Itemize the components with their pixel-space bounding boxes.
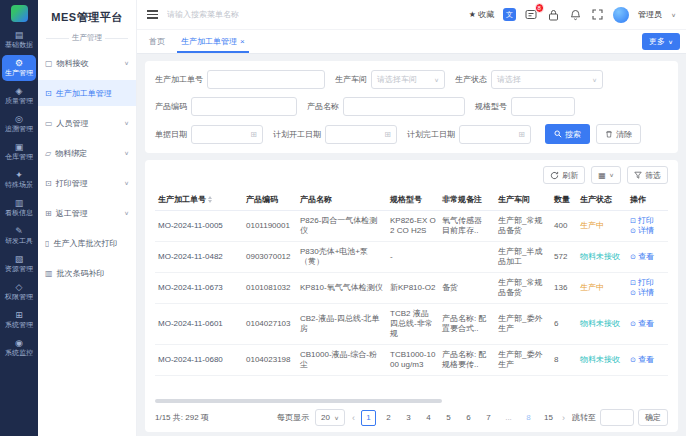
page-size-value: 20 bbox=[321, 413, 330, 422]
page-button-2[interactable]: 2 bbox=[381, 410, 396, 426]
user-avatar[interactable] bbox=[613, 7, 629, 23]
calendar-icon: ⊞ bbox=[518, 130, 525, 139]
detail-action-link[interactable]: ⊙查看 bbox=[630, 252, 654, 262]
sidebar-item-batch-barcode-print[interactable]: ▥批次条码补印 bbox=[38, 260, 136, 286]
production-order-no-input[interactable] bbox=[207, 70, 325, 89]
page-button-1[interactable]: 1 bbox=[361, 410, 376, 426]
rail-item-base-data[interactable]: ▤基础数据 bbox=[2, 27, 36, 53]
col-header-order[interactable]: 生产加工单号 bbox=[155, 189, 243, 211]
trash-icon bbox=[605, 130, 613, 138]
rail-item-special[interactable]: ✦特殊场景 bbox=[2, 167, 36, 193]
detail-action-link[interactable]: ⊙详情 bbox=[630, 288, 654, 298]
horizontal-scrollbar[interactable] bbox=[155, 399, 442, 403]
filter-button[interactable]: 筛选 bbox=[627, 166, 668, 184]
more-button[interactable]: 更多∨ bbox=[642, 33, 680, 50]
spec-model-input[interactable] bbox=[511, 97, 575, 116]
next-page-button[interactable]: › bbox=[561, 413, 566, 423]
rail-item-monitor[interactable]: ◉系统监控 bbox=[2, 335, 36, 361]
status-badge: 物料未接收 bbox=[580, 252, 620, 261]
cell-product-name: CB1000-液晶-综合-粉尘 bbox=[297, 345, 387, 376]
message-icon[interactable]: 8 bbox=[525, 8, 538, 21]
clear-button[interactable]: 清除 bbox=[596, 124, 641, 144]
rail-item-system[interactable]: ⊞系统管理 bbox=[2, 307, 36, 333]
flag-icon: ▯ bbox=[45, 239, 49, 248]
sidebar-item-personnel[interactable]: ▭人员管理∨ bbox=[38, 110, 136, 136]
sidebar-menu: ▢物料接收∨⊡生产加工单管理▭人员管理∨▱物料绑定∨⊡打印管理∨⊞返工管理∨▯生… bbox=[38, 46, 136, 290]
close-tab-icon[interactable]: × bbox=[240, 38, 245, 46]
sidebar-item-material-receive[interactable]: ▢物料接收∨ bbox=[38, 50, 136, 76]
rail-item-warehouse[interactable]: ▣仓库管理 bbox=[2, 139, 36, 165]
tab-work-order[interactable]: 生产加工单管理× bbox=[181, 30, 245, 53]
sidebar-item-material-bind[interactable]: ▱物料绑定∨ bbox=[38, 140, 136, 166]
page-size-select[interactable]: 20 ∨ bbox=[315, 409, 345, 426]
cell-product-code: 0101081032 bbox=[243, 273, 297, 304]
plan-end-date-datepicker[interactable]: ⊞ bbox=[459, 125, 531, 144]
print-action-link[interactable]: ⊡打印 bbox=[630, 216, 654, 226]
cell-workshop: 生产部_委外生产 bbox=[495, 304, 551, 345]
refresh-icon bbox=[550, 171, 559, 180]
rail-item-rnd-tools[interactable]: ✎研发工具 bbox=[2, 223, 36, 249]
cell-product-name: P826-四合一气体检测仪 bbox=[297, 211, 387, 242]
sidebar-item-inbound-batch-print[interactable]: ▯生产入库批次打印 bbox=[38, 230, 136, 256]
sort-icon[interactable] bbox=[208, 196, 212, 203]
search-button-label: 搜索 bbox=[565, 129, 581, 140]
menu-search-input[interactable] bbox=[167, 10, 287, 19]
prev-page-button[interactable]: ‹ bbox=[351, 413, 356, 423]
page-button-5[interactable]: 5 bbox=[441, 410, 456, 426]
cell-remark: 产品名称: 配置要合式.. bbox=[439, 304, 495, 345]
lock-icon[interactable] bbox=[547, 8, 560, 21]
app-logo-icon[interactable] bbox=[11, 5, 28, 22]
page-content: 生产加工单号生产车间请选择车间∨生产状态请选择∨产品编码产品名称规格型号单据日期… bbox=[137, 54, 686, 436]
cell-product-name: KP810-氧气气体检测仪 bbox=[297, 273, 387, 304]
cell-remark: 备货 bbox=[439, 273, 495, 304]
jump-confirm-button[interactable]: 确定 bbox=[638, 409, 668, 426]
detail-action-link[interactable]: ⊙查看 bbox=[630, 319, 654, 329]
detail-action-link[interactable]: ⊙查看 bbox=[630, 355, 654, 365]
sidebar-item-print-mgmt[interactable]: ⊡打印管理∨ bbox=[38, 170, 136, 196]
search-button[interactable]: 搜索 bbox=[545, 124, 590, 144]
rail-item-quality[interactable]: ◈质量管理 bbox=[2, 83, 36, 109]
production-status-select[interactable]: 请选择∨ bbox=[491, 70, 603, 89]
favorite-button[interactable]: ★收藏 bbox=[469, 9, 494, 20]
fullscreen-icon[interactable] bbox=[591, 8, 604, 21]
rail-item-kanban[interactable]: ▥看板信息 bbox=[2, 195, 36, 221]
page-button-4[interactable]: 4 bbox=[421, 410, 436, 426]
cell-product-code: 0104027103 bbox=[243, 304, 297, 345]
column-settings-button[interactable]: ▦ ∨ bbox=[591, 166, 621, 184]
workshop-select[interactable]: 请选择车间∨ bbox=[371, 70, 445, 89]
user-name[interactable]: 管理员 bbox=[638, 9, 662, 20]
filter-row: 产品编码产品名称规格型号 bbox=[155, 97, 668, 116]
col-header-remark: 非常规备注 bbox=[439, 189, 495, 211]
refresh-button[interactable]: 刷新 bbox=[543, 166, 585, 184]
chevron-down-icon: ∨ bbox=[592, 76, 597, 82]
rail-item-production[interactable]: ⚙生产管理 bbox=[2, 55, 36, 81]
notification-bell-icon[interactable] bbox=[569, 8, 582, 21]
print-action-link[interactable]: ⊡打印 bbox=[630, 278, 654, 288]
rail-item-trace[interactable]: ◎追溯管理 bbox=[2, 111, 36, 137]
detail-action-link[interactable]: ⊙详情 bbox=[630, 226, 654, 236]
page-button-7[interactable]: 7 bbox=[481, 410, 496, 426]
locale-icon[interactable]: 文 bbox=[503, 8, 516, 21]
rail-item-resource[interactable]: ▧资源管理 bbox=[2, 251, 36, 277]
doc-date-datepicker[interactable]: ⊞ bbox=[191, 125, 263, 144]
spark-icon: ✦ bbox=[15, 170, 23, 180]
product-name-input[interactable] bbox=[343, 97, 465, 116]
rail-item-permission[interactable]: ◇权限管理 bbox=[2, 279, 36, 305]
user-menu-chevron-down-icon[interactable]: ∨ bbox=[671, 11, 676, 17]
cell-product-name: CB2-液晶-四总线-北单房 bbox=[297, 304, 387, 345]
jump-to-input[interactable] bbox=[600, 409, 634, 426]
hamburger-menu-icon[interactable] bbox=[147, 10, 158, 19]
plan-start-date-datepicker[interactable]: ⊞ bbox=[325, 125, 397, 144]
tab-home[interactable]: 首页 bbox=[149, 30, 165, 53]
pagination-summary: 1/15 共: 292 项 bbox=[155, 412, 209, 423]
page-button-6[interactable]: 6 bbox=[461, 410, 476, 426]
sidebar-item-rework-mgmt[interactable]: ⊞返工管理∨ bbox=[38, 200, 136, 226]
sidebar-item-work-order-mgmt[interactable]: ⊡生产加工单管理 bbox=[38, 80, 136, 106]
product-code-input[interactable] bbox=[191, 97, 297, 116]
diamond-icon: ◈ bbox=[16, 86, 23, 96]
col-header-label: 生产加工单号 bbox=[158, 195, 206, 204]
page-button-15[interactable]: 15 bbox=[541, 410, 556, 426]
page-button-8[interactable]: 8 bbox=[521, 410, 536, 426]
table-card: 刷新 ▦ ∨ 筛选 bbox=[145, 160, 678, 432]
page-button-3[interactable]: 3 bbox=[401, 410, 416, 426]
